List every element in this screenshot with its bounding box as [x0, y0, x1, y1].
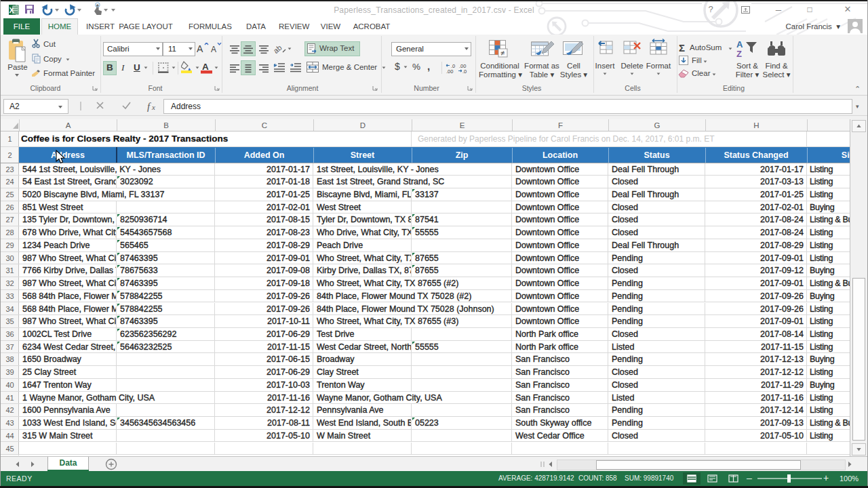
svg-text:A: A — [211, 45, 216, 54]
svg-text:.00: .00 — [446, 68, 453, 74]
svg-text:.0: .0 — [462, 68, 467, 74]
svg-text:A: A — [736, 39, 743, 49]
svg-text:f: f — [147, 101, 151, 112]
svg-text:A: A — [197, 43, 203, 54]
svg-text:x: x — [151, 103, 155, 111]
svg-text:ab: ab — [274, 43, 283, 55]
svg-text:≠: ≠ — [500, 49, 505, 57]
svg-text:Z: Z — [736, 49, 742, 58]
